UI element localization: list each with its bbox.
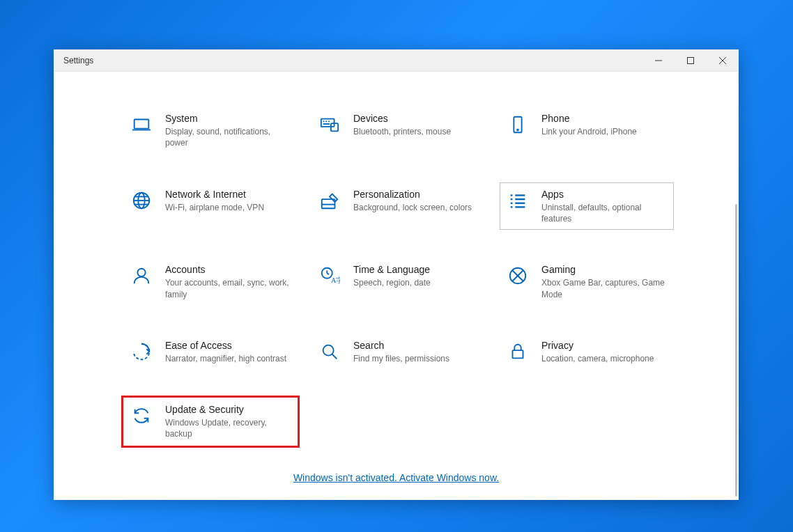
tile-apps[interactable]: Apps Uninstall, defaults, optional featu… — [500, 182, 674, 230]
tile-gaming[interactable]: Gaming Xbox Game Bar, captures, Game Mod… — [500, 258, 674, 306]
tile-desc: Bluetooth, printers, mouse — [353, 126, 451, 137]
tile-desc: Speech, region, date — [353, 277, 431, 288]
time-lang-icon: A字 — [318, 265, 341, 287]
tile-ease-of-access[interactable]: Ease of Access Narrator, magnifier, high… — [123, 334, 298, 370]
tile-title: Accounts — [165, 263, 291, 276]
activation-bar: Windows isn't activated. Activate Window… — [54, 472, 739, 483]
tile-title: Apps — [541, 188, 667, 201]
tile-desc: Link your Android, iPhone — [541, 126, 637, 137]
lock-icon — [507, 341, 529, 363]
titlebar: Settings — [54, 49, 739, 72]
svg-rect-4 — [134, 120, 149, 129]
tile-desc: Windows Update, recovery, backup — [165, 417, 291, 439]
tile-title: Phone — [541, 112, 637, 125]
close-icon — [719, 57, 726, 64]
tile-title: Personalization — [353, 188, 472, 201]
tile-system[interactable]: System Display, sound, notifications, po… — [123, 107, 298, 155]
tile-desc: Xbox Game Bar, captures, Game Mode — [541, 277, 667, 299]
tile-search[interactable]: Search Find my files, permissions — [311, 334, 486, 370]
tile-devices[interactable]: Devices Bluetooth, printers, mouse — [311, 107, 486, 155]
tile-desc: Display, sound, notifications, power — [165, 126, 291, 148]
list-icon — [507, 189, 529, 212]
svg-text:A字: A字 — [331, 276, 340, 284]
tile-desc: Narrator, magnifier, high contrast — [165, 353, 286, 364]
tile-title: Time & Language — [353, 263, 431, 276]
tile-network[interactable]: Network & Internet Wi-Fi, airplane mode,… — [123, 182, 298, 230]
phone-icon — [507, 114, 529, 136]
person-icon — [130, 265, 153, 287]
tile-desc: Find my files, permissions — [353, 353, 449, 364]
update-icon — [130, 405, 153, 427]
pen-icon — [318, 189, 341, 212]
xbox-icon — [507, 265, 529, 287]
tile-title: Devices — [353, 112, 451, 125]
search-icon — [318, 341, 341, 363]
tile-title: Privacy — [541, 339, 654, 352]
tile-title: Ease of Access — [165, 339, 286, 352]
svg-point-13 — [517, 130, 518, 131]
laptop-icon — [130, 114, 153, 136]
tile-title: Gaming — [541, 263, 667, 276]
close-button[interactable] — [707, 49, 739, 71]
settings-grid: System Display, sound, notifications, po… — [123, 107, 676, 446]
tile-accounts[interactable]: Accounts Your accounts, email, sync, wor… — [123, 258, 298, 306]
svg-rect-1 — [688, 57, 694, 63]
tile-personalization[interactable]: Personalization Background, lock screen,… — [311, 182, 486, 230]
svg-line-36 — [332, 354, 337, 359]
keyboard-icon — [318, 114, 341, 136]
minimize-button[interactable] — [642, 49, 675, 71]
content-area: System Display, sound, notifications, po… — [54, 72, 739, 500]
tile-title: Update & Security — [165, 403, 291, 416]
maximize-button[interactable] — [675, 49, 707, 71]
tile-update-security[interactable]: Update & Security Windows Update, recove… — [123, 398, 298, 446]
tile-phone[interactable]: Phone Link your Android, iPhone — [500, 107, 674, 155]
tile-time-language[interactable]: A字 Time & Language Speech, region, date — [311, 258, 486, 306]
svg-point-29 — [137, 269, 145, 276]
ease-icon — [130, 341, 153, 363]
tile-desc: Your accounts, email, sync, work, family — [165, 277, 291, 299]
svg-line-32 — [327, 273, 329, 274]
minimize-icon — [655, 57, 662, 64]
svg-point-35 — [323, 345, 334, 355]
tile-desc: Uninstall, defaults, optional features — [541, 202, 667, 224]
window-title: Settings — [63, 56, 93, 65]
window-buttons — [642, 49, 739, 71]
tile-desc: Wi-Fi, airplane mode, VPN — [165, 202, 264, 213]
tile-title: Network & Internet — [165, 188, 264, 201]
settings-window: Settings System Display, sound, not — [54, 49, 739, 500]
maximize-icon — [687, 57, 694, 64]
tile-title: System — [165, 112, 291, 125]
scrollbar[interactable] — [735, 204, 737, 496]
svg-rect-37 — [513, 350, 523, 358]
tile-privacy[interactable]: Privacy Location, camera, microphone — [500, 334, 674, 370]
tile-title: Search — [353, 339, 449, 352]
tile-desc: Background, lock screen, colors — [353, 202, 472, 213]
activate-windows-link[interactable]: Windows isn't activated. Activate Window… — [293, 472, 499, 483]
globe-icon — [130, 189, 153, 212]
tile-desc: Location, camera, microphone — [541, 353, 654, 364]
